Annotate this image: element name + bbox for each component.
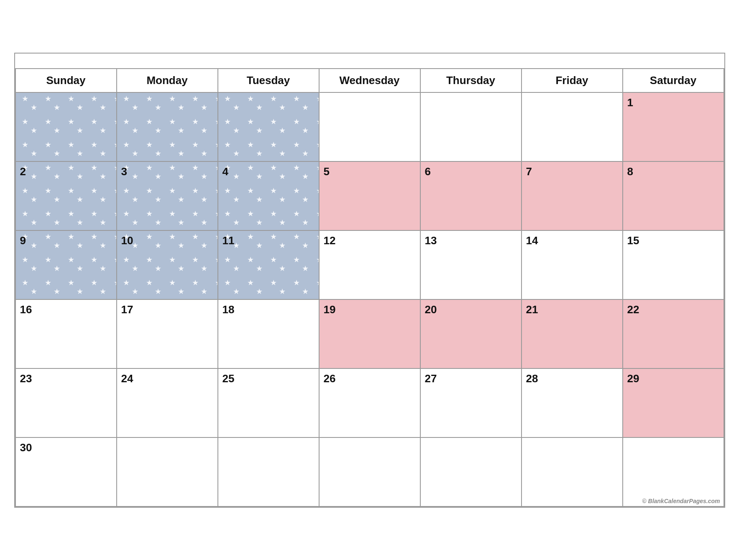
calendar-container: SundayMondayTuesdayWednesdayThursdayFrid… [14,53,725,508]
day-cell: 10 [117,231,218,300]
date-number: 18 [222,303,235,316]
day-cell: 5 [320,162,421,231]
date-number: 16 [20,303,32,316]
day-cell [320,93,421,162]
day-cell: 22 [623,300,724,369]
date-number: 21 [526,303,538,316]
day-cell: © BlankCalendarPages.com [623,438,724,507]
day-cell: 8 [623,162,724,231]
day-cell: 25 [218,369,320,438]
date-number: 20 [425,303,437,316]
day-cell: 23 [16,369,117,438]
day-cell: 18 [218,300,320,369]
day-cell: 11 [218,231,320,300]
date-number: 23 [20,372,32,385]
day-cell: 17 [117,300,218,369]
calendar-grid: SundayMondayTuesdayWednesdayThursdayFrid… [15,69,724,507]
day-cell [522,438,623,507]
day-header-thursday: Thursday [421,69,522,93]
day-cell [16,93,117,162]
date-number: 4 [222,165,228,178]
day-header-tuesday: Tuesday [218,69,320,93]
date-number: 24 [121,372,133,385]
date-number: 7 [526,165,532,178]
day-cell: 27 [421,369,522,438]
day-cell [218,438,320,507]
day-header-wednesday: Wednesday [320,69,421,93]
day-cell: 6 [421,162,522,231]
day-cell [421,438,522,507]
day-cell: 20 [421,300,522,369]
date-number: 17 [121,303,133,316]
date-number: 5 [324,165,330,178]
date-number: 14 [526,234,538,247]
date-number: 10 [121,234,133,247]
day-cell [117,438,218,507]
calendar-title [15,54,724,69]
date-number: 22 [627,303,639,316]
day-cell: 12 [320,231,421,300]
date-number: 8 [627,165,633,178]
day-cell: 30 [16,438,117,507]
day-cell: 13 [421,231,522,300]
day-cell [320,438,421,507]
date-number: 25 [222,372,235,385]
day-cell: 7 [522,162,623,231]
day-cell: 2 [16,162,117,231]
day-cell [522,93,623,162]
date-number: 19 [324,303,336,316]
date-number: 12 [324,234,336,247]
date-number: 15 [627,234,639,247]
day-cell: 26 [320,369,421,438]
day-cell: 3 [117,162,218,231]
day-header-monday: Monday [117,69,218,93]
date-number: 3 [121,165,127,178]
day-cell: 24 [117,369,218,438]
date-number: 11 [222,234,235,247]
date-number: 27 [425,372,437,385]
day-cell [218,93,320,162]
date-number: 26 [324,372,336,385]
watermark: © BlankCalendarPages.com [642,498,720,504]
day-cell [421,93,522,162]
day-cell: 21 [522,300,623,369]
day-cell: 29 [623,369,724,438]
day-cell: 14 [522,231,623,300]
date-number: 29 [627,372,639,385]
day-cell: 9 [16,231,117,300]
day-header-friday: Friday [522,69,623,93]
day-header-saturday: Saturday [623,69,724,93]
date-number: 6 [425,165,431,178]
day-cell: 16 [16,300,117,369]
day-cell: 15 [623,231,724,300]
date-number: 13 [425,234,437,247]
day-cell: 4 [218,162,320,231]
day-cell: 1 [623,93,724,162]
day-cell: 19 [320,300,421,369]
day-cell: 28 [522,369,623,438]
date-number: 9 [20,234,26,247]
date-number: 1 [627,96,633,109]
date-number: 2 [20,165,26,178]
date-number: 30 [20,441,32,454]
date-number: 28 [526,372,538,385]
day-header-sunday: Sunday [16,69,117,93]
day-cell [117,93,218,162]
